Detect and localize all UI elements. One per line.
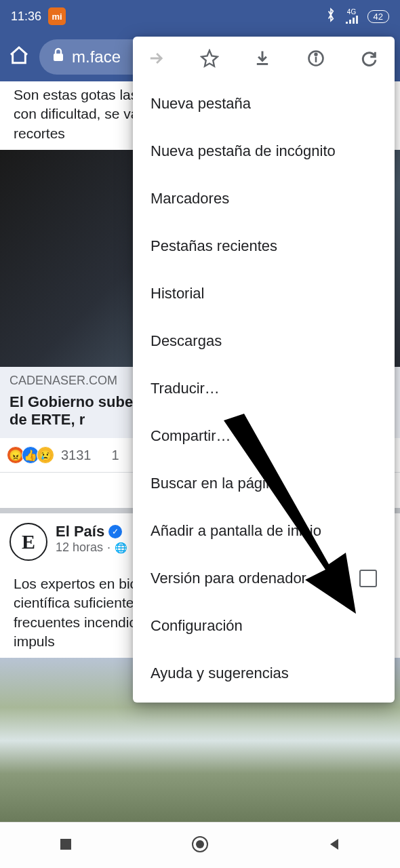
svg-point-3	[196, 840, 204, 848]
comment-count-partial: 1	[112, 448, 119, 463]
status-time: 11:36	[11, 9, 41, 24]
home-icon[interactable]	[8, 45, 30, 69]
bluetooth-icon	[325, 7, 336, 26]
status-bar: 11:36 mi 4G 42	[0, 0, 400, 33]
menu-toolbar	[133, 37, 395, 80]
verified-badge-icon: ✓	[108, 525, 122, 538]
info-icon[interactable]	[305, 49, 327, 68]
svg-point-7	[315, 54, 317, 56]
menu-item-find[interactable]: Buscar en la página	[133, 460, 395, 507]
menu-item-new-tab[interactable]: Nueva pestaña	[133, 80, 395, 127]
signal-icon: 4G	[346, 9, 358, 24]
download-icon[interactable]	[252, 49, 273, 68]
page-name[interactable]: El País	[56, 523, 104, 540]
recent-apps-button[interactable]	[58, 836, 74, 855]
menu-item-add-homescreen[interactable]: Añadir a pantalla de inicio	[133, 507, 395, 555]
reaction-count: 3131	[61, 448, 92, 463]
menu-item-bookmarks[interactable]: Marcadores	[133, 175, 395, 222]
app-notification-icon: mi	[48, 7, 66, 25]
star-icon[interactable]	[199, 49, 220, 68]
menu-item-desktop-site[interactable]: Versión para ordenador	[133, 555, 395, 602]
android-nav-bar	[0, 822, 400, 868]
browser-menu: Nueva pestaña Nueva pestaña de incógnito…	[133, 37, 395, 703]
svg-rect-1	[60, 839, 71, 850]
desktop-site-checkbox[interactable]	[359, 570, 377, 587]
menu-item-history[interactable]: Historial	[133, 270, 395, 317]
post-timestamp: 12 horas · 🌐	[56, 540, 127, 555]
lock-icon	[52, 47, 65, 66]
menu-item-help[interactable]: Ayuda y sugerencias	[133, 650, 395, 697]
menu-item-settings[interactable]: Configuración	[133, 602, 395, 650]
forward-icon[interactable]	[145, 49, 167, 68]
svg-rect-4	[257, 63, 268, 65]
home-button[interactable]	[190, 834, 210, 857]
url-text: m.face	[72, 47, 121, 66]
menu-item-translate[interactable]: Traducir…	[133, 365, 395, 412]
globe-icon: 🌐	[115, 542, 127, 554]
menu-item-downloads[interactable]: Descargas	[133, 317, 395, 365]
sad-reaction-icon: 😢	[37, 446, 54, 464]
back-button[interactable]	[326, 836, 342, 855]
battery-indicator: 42	[367, 10, 389, 23]
menu-item-recent-tabs[interactable]: Pestañas recientes	[133, 222, 395, 270]
menu-item-share[interactable]: Compartir…	[133, 412, 395, 460]
page-avatar[interactable]: E	[9, 523, 47, 561]
menu-item-incognito[interactable]: Nueva pestaña de incógnito	[133, 127, 395, 175]
reload-icon[interactable]	[358, 49, 380, 68]
svg-rect-0	[54, 54, 63, 61]
